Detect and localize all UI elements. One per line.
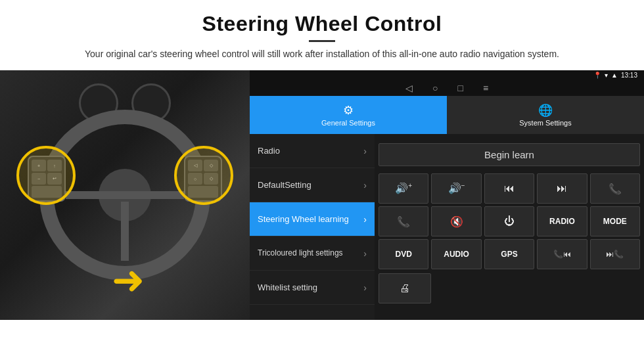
bottom-row: 🖨: [379, 273, 640, 303]
tel-next-icon: ⏭📞: [606, 250, 624, 259]
menu-item-tricoloured[interactable]: Tricoloured light settings ›: [250, 236, 375, 271]
menu-item-radio[interactable]: Radio ›: [250, 134, 375, 168]
menu-item-whitelist[interactable]: Whitelist setting ›: [250, 271, 375, 305]
title-divider: [309, 40, 335, 42]
power-btn[interactable]: ⏻: [484, 206, 534, 236]
tab-system[interactable]: 🌐 System Settings: [447, 96, 644, 134]
power-icon: ⏻: [504, 215, 515, 227]
controls-panel: Begin learn 🔊+ 🔊− ⏮ ⏭: [375, 134, 644, 320]
recents-nav[interactable]: □: [457, 83, 463, 93]
tab-general[interactable]: ⚙ General Settings: [250, 96, 447, 134]
prev-track-btn[interactable]: ⏮: [484, 173, 534, 204]
nav-bar: ◁ ○ □ ≡: [250, 80, 644, 96]
page-title: Steering Wheel Control: [39, 12, 605, 36]
screen-icon-btn[interactable]: 🖨: [379, 273, 431, 303]
radio-btn[interactable]: RADIO: [537, 206, 587, 236]
settings-tabs: ⚙ General Settings 🌐 System Settings: [250, 96, 644, 134]
screen-body: Radio › DefaultSetting › Steering Wheel …: [250, 134, 644, 320]
radio-label: RADIO: [549, 217, 575, 226]
back-nav[interactable]: ◁: [405, 83, 413, 93]
next-track-btn[interactable]: ⏭: [537, 173, 587, 204]
chevron-icon-radio: ›: [363, 146, 367, 156]
android-screen: 📍 ▾ ▲ 13:13 ◁ ○ □ ≡ ⚙ General Settings 🌐…: [250, 70, 644, 320]
chevron-icon-white: ›: [363, 282, 367, 293]
vol-down-btn[interactable]: 🔊−: [431, 173, 481, 204]
mode-btn[interactable]: MODE: [590, 206, 640, 236]
page-subtitle: Your original car's steering wheel contr…: [39, 47, 605, 61]
dvd-label: DVD: [396, 250, 412, 259]
begin-learn-button[interactable]: Begin learn: [379, 143, 640, 166]
spoke-vertical: [121, 202, 129, 261]
location-icon: 📍: [593, 72, 601, 79]
hangup-icon: 📞: [397, 215, 410, 228]
dvd-btn[interactable]: DVD: [379, 239, 428, 269]
phone-icon: 📞: [609, 183, 622, 195]
vol-down-icon: 🔊−: [448, 182, 465, 194]
system-icon: 🌐: [538, 103, 553, 118]
mute-icon: 🔇: [450, 215, 463, 228]
menu-item-steering[interactable]: Steering Wheel learning ›: [250, 202, 375, 236]
menu-item-default[interactable]: DefaultSetting ›: [250, 168, 375, 202]
arrow-indicator: ➜: [112, 261, 145, 300]
clock: 13:13: [621, 72, 637, 79]
hangup-btn[interactable]: 📞: [379, 206, 428, 236]
audio-label: AUDIO: [444, 250, 469, 259]
menu-list: Radio › DefaultSetting › Steering Wheel …: [250, 134, 375, 320]
signal-icon: ▲: [611, 72, 618, 79]
begin-learn-row: Begin learn: [379, 138, 640, 171]
gps-label: GPS: [501, 250, 517, 259]
tel-prev-icon: 📞⏮: [553, 250, 571, 259]
vol-up-btn[interactable]: 🔊+: [379, 173, 428, 204]
screen-icon: 🖨: [400, 282, 410, 294]
wifi-icon: ▾: [605, 72, 608, 79]
next-track-icon: ⏭: [557, 183, 567, 194]
tel-next-btn[interactable]: ⏭📞: [590, 239, 640, 269]
gps-btn[interactable]: GPS: [484, 239, 534, 269]
home-nav[interactable]: ○: [432, 83, 438, 93]
page-header: Steering Wheel Control Your original car…: [0, 0, 644, 68]
tel-prev-btn[interactable]: 📞⏮: [537, 239, 587, 269]
highlight-right: [174, 146, 233, 205]
prev-track-icon: ⏮: [504, 183, 515, 194]
gear-icon: ⚙: [343, 103, 354, 118]
chevron-icon-tri: ›: [363, 248, 367, 259]
controls-row-2: 📞 🔇 ⏻ RADIO MODE: [379, 206, 640, 236]
menu-nav[interactable]: ≡: [483, 83, 488, 93]
mute-btn[interactable]: 🔇: [431, 206, 481, 236]
vol-up-icon: 🔊+: [395, 182, 412, 194]
audio-btn[interactable]: AUDIO: [431, 239, 481, 269]
spoke-horizontal: [66, 191, 184, 199]
mode-label: MODE: [603, 217, 627, 226]
controls-row-1: 🔊+ 🔊− ⏮ ⏭ 📞: [379, 173, 640, 204]
chevron-icon-steering: ›: [363, 214, 367, 225]
steering-wheel-panel: + ↑ − ↩ ◁ ◇ ○ ◇ ➜: [0, 70, 250, 320]
phone-btn[interactable]: 📞: [590, 173, 640, 204]
highlight-left: [16, 146, 76, 205]
chevron-icon-default: ›: [363, 180, 367, 190]
main-content: + ↑ − ↩ ◁ ◇ ○ ◇ ➜ 📍 ▾ ▲ 13:13: [0, 70, 644, 320]
controls-row-3: DVD AUDIO GPS 📞⏮ ⏭📞: [379, 239, 640, 269]
status-bar: 📍 ▾ ▲ 13:13: [250, 70, 644, 80]
